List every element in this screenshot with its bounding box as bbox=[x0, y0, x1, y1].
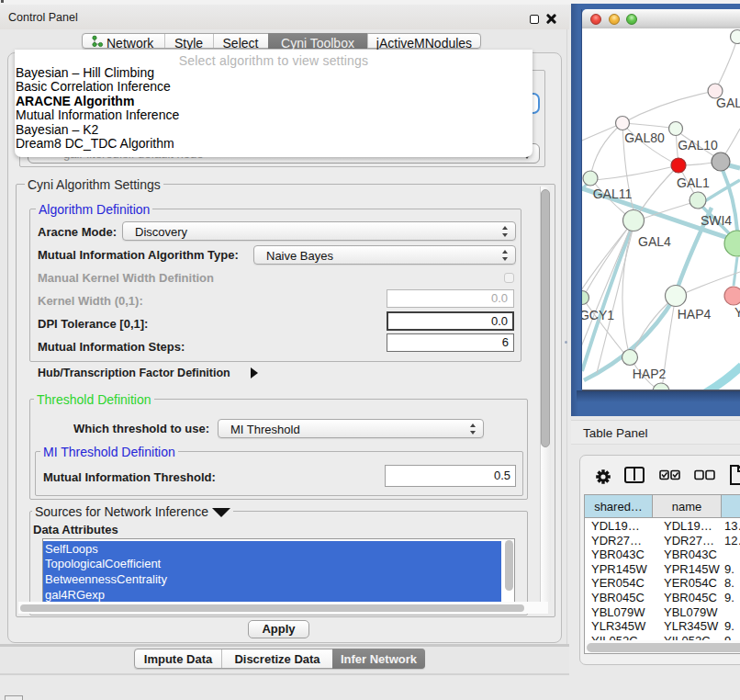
svg-text:GAL2: GAL2 bbox=[716, 96, 740, 110]
svg-text:GAL1: GAL1 bbox=[677, 175, 710, 190]
svg-text:GCY1: GCY1 bbox=[582, 308, 614, 322]
svg-text:GAL10: GAL10 bbox=[678, 138, 718, 152]
svg-text:GAL4: GAL4 bbox=[638, 234, 671, 249]
svg-text:HAP4: HAP4 bbox=[678, 307, 712, 322]
svg-text:HAP2: HAP2 bbox=[633, 367, 667, 381]
svg-text:SWI4: SWI4 bbox=[701, 213, 732, 228]
svg-text:GAL11: GAL11 bbox=[593, 186, 633, 201]
svg-text:GAL80: GAL80 bbox=[624, 130, 665, 145]
svg-text:YM: YM bbox=[734, 305, 740, 320]
